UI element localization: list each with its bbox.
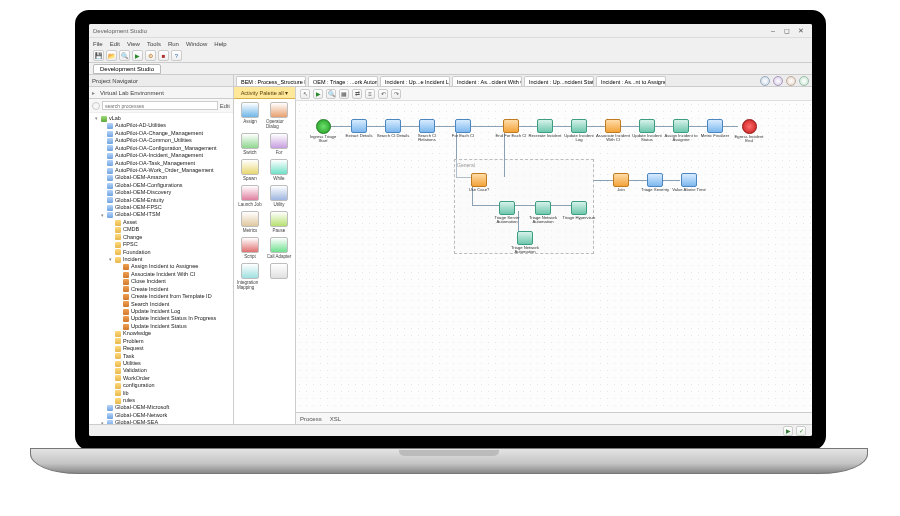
flow-node[interactable]: Update Incident Status [632,119,662,142]
palette-item[interactable]: Pause [266,211,292,233]
flow-node[interactable]: Assign Incident to Assignee [666,119,696,142]
tree-item[interactable]: Create Incident from Template ID [89,293,233,300]
tree-item[interactable]: Asset [89,219,233,226]
tree-item[interactable]: Global-OEM-Entuity [89,197,233,204]
palette-item[interactable] [266,263,292,290]
search-icon[interactable]: 🔍 [119,50,130,61]
palette-item[interactable]: Assign [237,102,263,129]
undo-icon[interactable]: ↶ [378,89,388,99]
menu-help[interactable]: Help [214,41,226,47]
env-header[interactable]: ▸ Virtual Lab Environment [89,87,233,99]
tree-item[interactable]: Update Incident Status [89,323,233,330]
palette-item[interactable]: Spawn [237,159,263,181]
menu-edit[interactable]: Edit [110,41,120,47]
tree-item[interactable]: AutoPilot-OA-Change_Management [89,130,233,137]
palette-item[interactable]: Switch [237,133,263,155]
link-icon[interactable]: ⇄ [352,89,362,99]
flow-node[interactable]: Associate Incident With CI [598,119,628,142]
status-ok-icon[interactable]: ✓ [796,426,806,436]
close-icon[interactable]: ✕ [794,26,808,36]
tree-item[interactable]: Assign Incident to Assignee [89,263,233,270]
tree-item[interactable]: Foundation [89,249,233,256]
menu-tools[interactable]: Tools [147,41,161,47]
flow-node[interactable]: Recreate Incident [530,119,560,138]
menu-file[interactable]: File [93,41,103,47]
tree-item[interactable]: Close Incident [89,278,233,285]
options-icon[interactable] [786,76,796,86]
flow-node[interactable]: Search CI Details [378,119,408,138]
tree-item[interactable]: Task [89,353,233,360]
tree-item[interactable]: ▾Incident [89,256,233,263]
minimize-icon[interactable]: – [766,26,780,36]
tree-item[interactable]: WorkOrder [89,375,233,382]
tree-item[interactable]: Update Incident Status In Progress [89,315,233,322]
palette-item[interactable]: For [266,133,292,155]
grid-icon[interactable]: ▦ [339,89,349,99]
process-canvas[interactable]: General Ingress Triage StartExtract Deta… [296,101,812,412]
tree-item[interactable]: Request [89,345,233,352]
tree-item[interactable]: Global-OEM-FPSC [89,204,233,211]
align-icon[interactable]: ≡ [365,89,375,99]
flow-node[interactable]: Ingress Triage Start [308,119,338,143]
flow-node[interactable]: Egress Incident End [734,119,764,143]
tree-item[interactable]: ▾vLab [89,115,233,122]
tree-item[interactable]: Global-OEM-Microsoft [89,404,233,411]
editor-tab[interactable]: OEM : Triage : ...ork Automation [308,76,378,86]
zoom-in-icon[interactable]: ▶ [313,89,323,99]
flow-node[interactable]: Search CI Relations [412,119,442,142]
tree-item[interactable]: Utilities [89,360,233,367]
palette-item[interactable]: Metrics [237,211,263,233]
flow-node[interactable]: End For Each CI [496,119,526,138]
flow-node[interactable]: Triage Severity [640,173,670,192]
flow-node[interactable]: Value Above Time [674,173,704,192]
editor-tab[interactable]: Incident : Up...ncident Status [524,76,594,86]
search-mode-label[interactable]: Edit [220,103,230,109]
tree-item[interactable]: Problem [89,338,233,345]
status-run-icon[interactable]: ▶ [783,426,793,436]
tab-process[interactable]: Process [300,416,322,422]
editor-tab[interactable]: Incident : As...cident With CI [452,76,522,86]
tree-item[interactable]: ▾Global-OEM-ITSM [89,211,233,218]
flow-node[interactable]: Update Incident Log [564,119,594,142]
debug-icon[interactable]: ⚙ [145,50,156,61]
tree-item[interactable]: Global-OEM-Network [89,412,233,419]
search-input[interactable] [102,101,218,110]
flow-node[interactable]: Extract Details [344,119,374,138]
tree-item[interactable]: AutoPilot-OA-Work_Order_Management [89,167,233,174]
tree-item[interactable]: Associate Incident With CI [89,271,233,278]
flow-node[interactable]: Use Case? [464,173,494,192]
tree-item[interactable]: Change [89,234,233,241]
tree-item[interactable]: FPSC [89,241,233,248]
save-icon[interactable]: 💾 [93,50,104,61]
help-icon[interactable]: ? [171,50,182,61]
redo-icon[interactable]: ↷ [391,89,401,99]
palette-item[interactable]: Launch Job [237,185,263,207]
deploy-icon[interactable] [773,76,783,86]
palette-header[interactable]: Activity Palette all ▾ [234,87,295,99]
tree-item[interactable]: AutoPilot-OA-Configuration_Management [89,145,233,152]
palette-item[interactable]: Script [237,237,263,259]
flow-node[interactable]: Triage Network Automation [510,231,540,254]
project-tree[interactable]: ▾vLabAutoPilot-AD-UtilitiesAutoPilot-OA-… [89,113,233,424]
flow-node[interactable]: Triage Network Automation [528,201,558,224]
maximize-icon[interactable]: ◻ [780,26,794,36]
menu-run[interactable]: Run [168,41,179,47]
tree-item[interactable]: Global-OEM-Discovery [89,189,233,196]
palette-item[interactable]: Integration Mapping [237,263,263,290]
tree-item[interactable]: AutoPilot-OA-Task_Management [89,160,233,167]
palette-item[interactable]: Call Adapter [266,237,292,259]
tree-item[interactable]: Global-OEM-Amazon [89,174,233,181]
tree-item[interactable]: Search Incident [89,301,233,308]
zoom-out-icon[interactable]: 🔍 [326,89,336,99]
palette-item[interactable]: Utility [266,185,292,207]
editor-tab[interactable]: BEM : Process_Structure Event [236,76,306,86]
flow-node[interactable]: Metric Finalizer [700,119,730,138]
tree-item[interactable]: Update Incident Log [89,308,233,315]
tree-item[interactable]: AutoPilot-OA-Incident_Management [89,152,233,159]
filter-icon[interactable] [92,102,100,110]
open-icon[interactable]: 📂 [106,50,117,61]
run-icon[interactable]: ▶ [132,50,143,61]
tree-item[interactable]: configuration [89,382,233,389]
globe-icon[interactable] [760,76,770,86]
perspective-tab[interactable]: Development Studio [93,64,161,74]
